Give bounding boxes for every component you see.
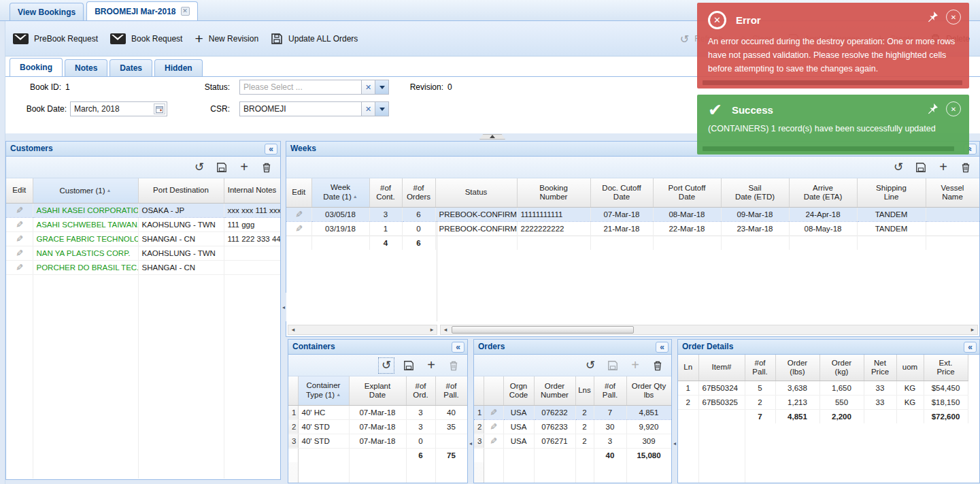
col-vessel-name[interactable]: Vessel Name	[926, 178, 979, 207]
col-explant-date[interactable]: Explant Date	[349, 376, 406, 405]
col-doc-cutoff[interactable]: Doc. Cutoff Date	[590, 178, 653, 207]
refresh-icon[interactable]: ↺	[192, 161, 206, 174]
col-num-pall[interactable]: #of Pall.	[594, 376, 626, 405]
edit-pencil-icon[interactable]: ✎	[14, 263, 24, 271]
col-week-date[interactable]: Week Date (1)▲	[311, 178, 369, 207]
col-uom[interactable]: uom	[896, 355, 924, 381]
table-row[interactable]: ✎ ASAHI SCHWEBEL TAIWAN... KAOHSLUNG - T…	[6, 217, 280, 231]
save-icon[interactable]	[402, 359, 416, 372]
trash-icon[interactable]	[959, 161, 973, 174]
close-tab-icon[interactable]: ✕	[181, 7, 190, 16]
col-ext-price[interactable]: Ext. Price	[924, 355, 968, 381]
edit-pencil-icon[interactable]: ✎	[488, 408, 499, 416]
pin-icon[interactable]	[926, 10, 939, 24]
table-row[interactable]: 2 67B50325 2 1,213 550 33 KG $18,150	[678, 395, 968, 409]
col-num-orders[interactable]: #of Orders	[402, 178, 435, 207]
col-orgn-code[interactable]: Orgn Code	[503, 376, 534, 405]
refresh-icon[interactable]: ↺	[379, 359, 393, 372]
tab-broomeji-mar-2018[interactable]: BROOMEJI Mar-2018 ✕	[86, 1, 197, 20]
new-revision-button[interactable]: + New Revision	[188, 29, 265, 48]
edit-pencil-icon[interactable]: ✎	[294, 225, 304, 232]
edit-pencil-icon[interactable]: ✎	[14, 221, 24, 228]
csr-combo[interactable]: BROOMEJI ✕	[239, 101, 389, 116]
scroll-left-icon[interactable]: ◂	[441, 325, 450, 334]
col-ln[interactable]: Ln	[678, 355, 698, 381]
trash-icon[interactable]	[447, 359, 460, 372]
clear-selection-icon[interactable]: ✕	[362, 80, 375, 95]
table-row[interactable]: 1 40' HC 07-Mar-18 3 40	[288, 405, 467, 419]
col-order-number[interactable]: Order Number	[534, 376, 575, 405]
table-row[interactable]: 3 40' STD 07-Mar-18 0	[288, 434, 467, 448]
collapse-left-icon[interactable]: «	[656, 342, 669, 353]
tab-dates[interactable]: Dates	[109, 59, 152, 76]
table-row[interactable]: 2 ✎ USA 076233 2 30 9,920	[474, 419, 671, 434]
col-order-lbs[interactable]: Order (lbs)	[775, 355, 820, 381]
weeks-hscrollbar[interactable]: ◂ ▸	[440, 325, 978, 335]
dropdown-arrow-icon[interactable]	[375, 101, 389, 116]
scroll-right-icon[interactable]: ▸	[968, 325, 977, 334]
add-icon[interactable]: +	[237, 161, 251, 174]
book-request-button[interactable]: Book Request	[104, 29, 188, 48]
save-icon[interactable]	[606, 359, 620, 372]
collapse-left-icon[interactable]: «	[964, 342, 977, 353]
col-port-cutoff[interactable]: Port Cutoff Date	[653, 178, 721, 207]
scrollbar-thumb[interactable]	[452, 326, 634, 334]
col-port-destination[interactable]: Port Destination	[138, 178, 224, 203]
col-sail-date[interactable]: Sail Date (ETD)	[721, 178, 789, 207]
refresh-icon[interactable]: ↺	[584, 359, 597, 372]
add-icon[interactable]: +	[628, 359, 642, 372]
status-combo[interactable]: Please Select ... ✕	[239, 80, 389, 95]
collapse-left-icon[interactable]: «	[265, 144, 277, 155]
col-order-kg[interactable]: Order (kg)	[820, 355, 864, 381]
scroll-left-icon[interactable]: ◂	[288, 325, 298, 334]
save-icon[interactable]	[215, 161, 229, 174]
edit-pencil-icon[interactable]: ✎	[14, 249, 24, 257]
table-row[interactable]: 1 ✎ USA 076232 2 7 4,851	[474, 405, 671, 419]
table-row[interactable]: ✎ NAN YA PLASTICS CORP. KAOHSLUNG - TWN	[6, 246, 280, 260]
weeks-frozen-hscrollbar[interactable]: ◂ ▸	[288, 325, 437, 335]
trash-icon[interactable]	[260, 161, 273, 174]
col-internal-notes[interactable]: Internal Notes	[224, 178, 280, 203]
col-num-cont[interactable]: #of Cont.	[369, 178, 402, 207]
book-date-field[interactable]: March, 2018	[70, 101, 167, 116]
col-num-pall[interactable]: #of Pall.	[745, 355, 775, 381]
table-row[interactable]: ✎ PORCHER DO BRASIL TEC.... SHANGAI - CN	[6, 260, 280, 274]
col-status[interactable]: Status	[435, 178, 517, 207]
table-row[interactable]: 1 67B50324 5 3,638 1,650 33 KG $54,450	[678, 381, 968, 395]
col-booking-number[interactable]: Booking Number	[517, 178, 590, 207]
close-notification-icon[interactable]: ✕	[946, 101, 961, 116]
col-arrive-date[interactable]: Arrive Date (ETA)	[789, 178, 857, 207]
edit-pencil-icon[interactable]: ✎	[488, 437, 499, 445]
tab-hidden[interactable]: Hidden	[154, 59, 203, 76]
add-icon[interactable]: +	[424, 359, 438, 372]
pin-icon[interactable]	[926, 102, 939, 116]
col-shipping-line[interactable]: Shipping Line	[857, 178, 926, 207]
table-row[interactable]: 3 ✎ USA 076271 2 3 309	[474, 434, 671, 448]
edit-pencil-icon[interactable]: ✎	[14, 235, 24, 242]
tab-notes[interactable]: Notes	[65, 59, 107, 76]
table-row[interactable]: ✎ 03/05/18 3 6 PREBOOK-CONFIRM 111111111…	[286, 207, 979, 221]
collapse-up-handle[interactable]	[479, 134, 505, 140]
edit-pencil-icon[interactable]: ✎	[14, 206, 24, 214]
scroll-right-icon[interactable]: ▸	[427, 325, 437, 334]
col-item[interactable]: Item#	[698, 355, 745, 381]
splitter-collapse-left-icon[interactable]: ◂	[672, 429, 677, 457]
trash-icon[interactable]	[651, 359, 664, 372]
save-icon[interactable]	[914, 161, 928, 174]
edit-pencil-icon[interactable]: ✎	[488, 423, 499, 430]
table-row[interactable]: ✎ 03/19/18 1 0 PREBOOK-CONFIRM 222222222…	[286, 221, 979, 236]
col-num-ord[interactable]: #of Ord.	[406, 376, 435, 405]
prebook-request-button[interactable]: PreBook Request	[7, 29, 104, 48]
tab-view-bookings[interactable]: View Bookings	[10, 3, 84, 20]
calendar-icon[interactable]	[154, 103, 165, 114]
splitter-collapse-left-icon[interactable]: ◂	[281, 293, 286, 321]
col-order-qty-lbs[interactable]: Order Qty lbs	[626, 376, 671, 405]
update-all-orders-button[interactable]: Update ALL Orders	[265, 29, 364, 49]
refresh-icon[interactable]: ↺	[892, 161, 905, 174]
dropdown-arrow-icon[interactable]	[375, 80, 389, 95]
table-row[interactable]: 2 40' STD 07-Mar-18 3 35	[288, 419, 467, 434]
tab-booking[interactable]: Booking	[10, 58, 63, 76]
col-lns[interactable]: Lns	[575, 376, 594, 405]
collapse-left-icon[interactable]: «	[452, 342, 464, 353]
col-edit[interactable]: Edit	[6, 178, 33, 203]
